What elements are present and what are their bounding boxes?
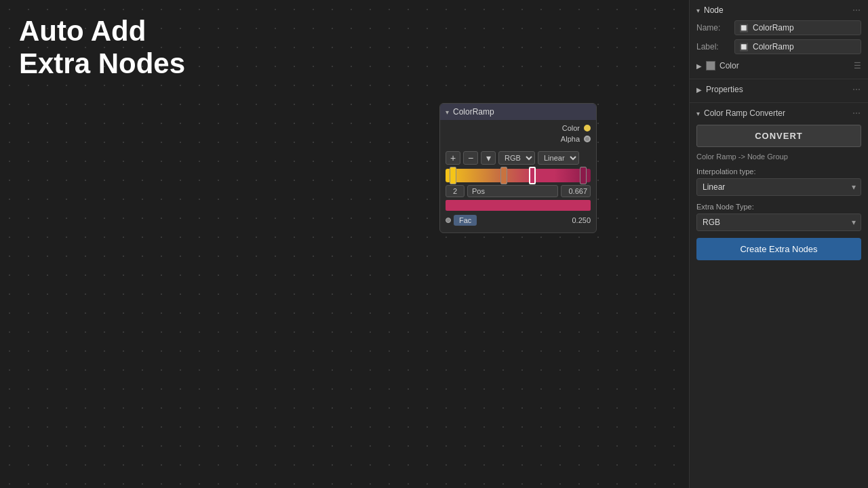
fac-dot[interactable] [446,218,451,223]
converter-section: ▾ Color Ramp Converter ⋯ CONVERT Color R… [690,103,868,488]
node-section-arrow[interactable]: ▾ [696,7,700,14]
stop-index[interactable]: 2 [446,185,465,197]
color-preview-bar[interactable] [446,200,591,211]
position-row: 2 Pos 0.667 [446,185,591,197]
extra-node-label: Extra Node Type: [696,203,861,211]
output-alpha-dot[interactable] [584,136,591,142]
properties-dots[interactable]: ⋯ [852,85,861,94]
interpolation-select-wrapper[interactable]: Linear Ease B-Spline Cardinal Constant [696,178,861,196]
remove-stop-button[interactable]: − [463,151,478,165]
colorramp-node[interactable]: ▾ ColorRamp Color Alpha + − ▾ RGB [439,103,597,233]
ramp-handle-1[interactable] [450,167,456,184]
node-outputs: Color Alpha [440,120,596,147]
options-button[interactable]: ▾ [481,151,496,165]
node-section: ▾ Node ⋯ Name: 🔲 ColorRamp Label: 🔲 Colo… [690,0,868,79]
properties-title: Properties [706,85,743,94]
right-panel: ▾ Node ⋯ Name: 🔲 ColorRamp Label: 🔲 Colo… [689,0,868,488]
extra-node-select[interactable]: RGB HSV HSL [696,214,861,231]
label-input[interactable]: 🔲 ColorRamp [734,39,861,54]
controls-row: + − ▾ RGB Linear [446,151,591,165]
color-ramp-bar[interactable] [446,169,591,182]
converter-dots[interactable]: ⋯ [852,108,861,118]
node-section-header: ▾ Node ⋯ [696,5,861,15]
pos-label: Pos [467,185,558,197]
list-icon[interactable]: ☰ [854,61,861,70]
node-collapse-arrow[interactable]: ▾ [446,108,449,116]
pos-value[interactable]: 0.667 [561,185,591,197]
name-value: ColorRamp [753,23,794,33]
output-alpha-row: Alpha [440,134,596,144]
name-label: Name: [696,23,729,33]
interpolation-label: Interpolation type: [696,167,861,176]
convert-button[interactable]: CONVERT [696,125,861,147]
name-icon: 🔲 [739,24,749,33]
output-alpha-label: Alpha [561,135,580,143]
color-expand-arrow[interactable]: ▶ [696,62,702,70]
interpolation-dropdown[interactable]: Linear [538,151,579,165]
output-color-dot[interactable] [584,125,591,131]
converter-arrow[interactable]: ▾ [696,110,700,117]
ramp-handle-4[interactable] [580,167,587,184]
canvas-area[interactable]: Auto Add Extra Nodes ▾ ColorRamp Color A… [0,0,689,488]
ramp-handle-3[interactable] [529,167,536,184]
converter-title: Color Ramp Converter [704,108,785,118]
convert-description: Color Ramp -> Node Group [696,152,861,161]
page-title: Auto Add Extra Nodes [19,15,185,81]
label-value: ColorRamp [753,42,794,52]
label-icon: 🔲 [739,43,749,52]
extra-node-select-wrapper[interactable]: RGB HSV HSL [696,214,861,231]
fac-label: Fac [454,215,477,226]
fac-value: 0.250 [572,216,591,224]
node-title: ColorRamp [453,107,494,117]
output-color-row: Color [440,123,596,134]
fac-row: Fac 0.250 [446,215,591,226]
output-color-label: Color [562,124,580,132]
color-label: Color [719,61,739,70]
properties-header: ▶ Properties ⋯ [696,85,861,94]
node-section-dots[interactable]: ⋯ [852,5,861,15]
name-input[interactable]: 🔲 ColorRamp [734,20,861,35]
node-controls: + − ▾ RGB Linear 2 Pos 0 [440,147,596,232]
interpolation-select[interactable]: Linear Ease B-Spline Cardinal Constant [696,178,861,196]
color-mode-dropdown[interactable]: RGB [498,151,535,165]
node-header[interactable]: ▾ ColorRamp [440,104,596,120]
converter-header: ▾ Color Ramp Converter ⋯ [696,108,861,118]
create-nodes-button[interactable]: Create Extra Nodes [696,238,861,260]
properties-section: ▶ Properties ⋯ [690,79,868,103]
node-section-title: Node [704,5,724,15]
properties-arrow[interactable]: ▶ [696,86,702,94]
color-section-row: ▶ Color ☰ [696,58,861,73]
label-label: Label: [696,42,729,52]
label-row: Label: 🔲 ColorRamp [696,39,861,54]
ramp-handle-2[interactable] [500,167,507,184]
name-row: Name: 🔲 ColorRamp [696,20,861,35]
add-stop-button[interactable]: + [446,151,460,165]
color-swatch[interactable] [706,61,715,70]
